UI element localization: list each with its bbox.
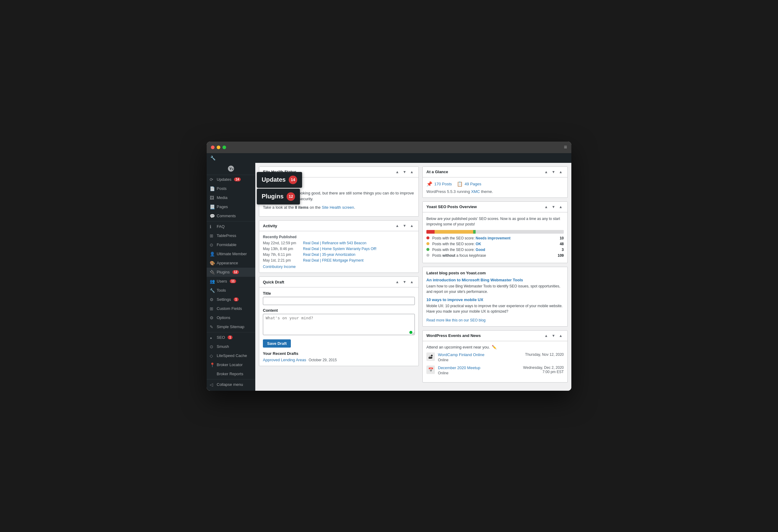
seo-icon: ⬥ bbox=[210, 335, 215, 340]
widget-health-up[interactable]: ▲ bbox=[394, 169, 400, 175]
sidebar-item-broker-reports[interactable]: Broker Reports bbox=[207, 369, 255, 378]
widget-seo-overview: Yoast SEO Posts Overview ▲ ▼ ▲ Below are… bbox=[422, 201, 568, 263]
theme-link[interactable]: XMC bbox=[471, 189, 480, 194]
titlebar-menu-icon[interactable]: ≡ bbox=[564, 144, 567, 150]
widget-activity-header: Activity ▲ ▼ ▲ bbox=[259, 220, 418, 231]
widget-activity-up[interactable]: ▲ bbox=[394, 223, 400, 229]
wp-topbar-logo: 🔧 bbox=[210, 156, 216, 160]
media-icon: 🖼 bbox=[210, 195, 215, 200]
widget-glance-collapse[interactable]: ▲ bbox=[558, 169, 564, 175]
activity-recently-published: Recently Published May 22nd, 12:59 pm Re… bbox=[263, 235, 415, 269]
read-more-link[interactable]: Read more like this on our SEO blog bbox=[426, 318, 486, 322]
sidebar-item-options[interactable]: ⚙ Options bbox=[207, 313, 255, 322]
sidebar-divider bbox=[207, 221, 255, 221]
minimize-button[interactable] bbox=[217, 146, 220, 149]
widget-seo-up[interactable]: ▲ bbox=[543, 204, 549, 210]
widget-quick-draft-collapse[interactable]: ▲ bbox=[409, 279, 415, 285]
events-edit-icon[interactable]: ✏️ bbox=[492, 345, 496, 349]
widget-activity-body: Recently Published May 22nd, 12:59 pm Re… bbox=[259, 231, 418, 273]
event-info-1: WordCamp Finland Online Online bbox=[438, 352, 522, 362]
activity-post-link[interactable]: Real Deal | 35-year Amortization bbox=[303, 253, 356, 257]
widget-glance-up[interactable]: ▲ bbox=[543, 169, 549, 175]
widget-events-down[interactable]: ▼ bbox=[550, 333, 556, 339]
sidebar-item-label: Media bbox=[217, 195, 227, 200]
sidebar-item-collapse[interactable]: ◁ Collapse menu bbox=[207, 380, 255, 389]
sidebar-item-formidable[interactable]: ⊙ Formidable bbox=[207, 240, 255, 250]
seo-bar-orange bbox=[435, 230, 473, 234]
activity-post-link[interactable]: Real Deal | Home System Warranty Pays Of… bbox=[303, 247, 377, 251]
widget-seo-collapse[interactable]: ▲ bbox=[558, 204, 564, 210]
widget-quick-draft-down[interactable]: ▼ bbox=[401, 279, 407, 285]
sidebar-item-comments[interactable]: 💬 Comments bbox=[207, 211, 255, 220]
sidebar-item-ultimate-member[interactable]: 👤 Ultimate Member bbox=[207, 250, 255, 259]
sidebar-item-smush[interactable]: ⊙ Smush bbox=[207, 342, 255, 351]
widget-glance-title: At a Glance bbox=[426, 170, 448, 174]
sidebar-item-label: TablePress bbox=[217, 233, 236, 238]
widget-activity-collapse[interactable]: ▲ bbox=[409, 223, 415, 229]
sidebar-item-tablepress[interactable]: ⊞ TablePress bbox=[207, 231, 255, 240]
draft-content-label: Content bbox=[263, 308, 415, 313]
seo-ok-link[interactable]: OK bbox=[476, 242, 481, 246]
formidable-icon: ⊙ bbox=[210, 243, 215, 247]
close-button[interactable] bbox=[211, 146, 215, 149]
sidebar-item-litespeed-cache[interactable]: ◇ LiteSpeed Cache bbox=[207, 351, 255, 360]
draft-link[interactable]: Approved Lending Areas bbox=[263, 358, 306, 362]
activity-more-link[interactable]: Contributory Income bbox=[263, 265, 296, 269]
sidebar-item-media[interactable]: 🖼 Media bbox=[207, 193, 255, 202]
widget-health-down[interactable]: ▼ bbox=[401, 169, 407, 175]
seo-good-link[interactable]: Good bbox=[476, 248, 485, 252]
seo-dot-gray bbox=[426, 254, 430, 257]
draft-content-textarea[interactable] bbox=[263, 314, 415, 335]
sidebar-item-plugins[interactable]: 🔌 Plugins 12 bbox=[207, 268, 255, 277]
options-icon: ⚙ bbox=[210, 316, 215, 320]
health-screen-link[interactable]: Site Health screen bbox=[322, 205, 354, 210]
glance-posts-link[interactable]: 📌 170 Posts bbox=[426, 181, 452, 187]
draft-title-input[interactable] bbox=[263, 297, 415, 305]
activity-post-link[interactable]: Real Deal | FREE Mortgage Payment bbox=[303, 258, 364, 263]
widget-events-up[interactable]: ▲ bbox=[543, 333, 549, 339]
activity-post-link[interactable]: Real Deal | Refinance with 543 Beacon bbox=[303, 241, 367, 245]
appearance-icon: 🎨 bbox=[210, 261, 215, 266]
sidebar-item-custom-fields[interactable]: ⊞ Custom Fields bbox=[207, 304, 255, 313]
sidebar-item-updates[interactable]: ⟳ Updates 14 bbox=[207, 175, 255, 184]
blog-post-link-1[interactable]: An introduction to Microsoft Bing Webmas… bbox=[426, 278, 564, 282]
sidebar-item-appearance[interactable]: 🎨 Appearance bbox=[207, 259, 255, 268]
sidebar-item-posts[interactable]: 📄 Posts bbox=[207, 184, 255, 193]
event-name-link-2[interactable]: December 2020 Meetup bbox=[438, 365, 520, 370]
maximize-button[interactable] bbox=[223, 146, 226, 149]
main-content-area: Site Health Status ▲ ▼ ▲ Good Your site'… bbox=[255, 163, 571, 391]
sidebar-item-users[interactable]: 👥 Users 11 bbox=[207, 277, 255, 286]
widget-health-collapse[interactable]: ▲ bbox=[409, 169, 415, 175]
event-name-link-1[interactable]: WordCamp Finland Online bbox=[438, 352, 522, 357]
sidebar-item-pages[interactable]: 📃 Pages bbox=[207, 202, 255, 211]
widget-glance-down[interactable]: ▼ bbox=[550, 169, 556, 175]
sidebar: ⟳ Updates 14 📄 Posts 🖼 Media 📃 Pages 💬 C… bbox=[207, 163, 255, 391]
sidebar-item-label: Formidable bbox=[217, 243, 236, 247]
draft-autosave-dot bbox=[409, 331, 412, 334]
seo-row-ok: Posts with the SEO score: OK 48 bbox=[426, 242, 564, 246]
sidebar-item-broker-locator[interactable]: 📍 Broker Locator bbox=[207, 360, 255, 369]
widget-seo-down[interactable]: ▼ bbox=[550, 204, 556, 210]
widget-quick-draft-up[interactable]: ▲ bbox=[394, 279, 400, 285]
widget-events-collapse[interactable]: ▲ bbox=[558, 333, 564, 339]
seo-needs-improvement-link[interactable]: Needs improvement bbox=[476, 236, 511, 240]
sidebar-wp-logo[interactable] bbox=[207, 163, 255, 175]
event-icon-1: 🏕 bbox=[426, 352, 435, 361]
blog-post-link-2[interactable]: 10 ways to improve mobile UX bbox=[426, 297, 564, 302]
sidebar-item-faq[interactable]: ℹ FAQ bbox=[207, 222, 255, 231]
save-draft-button[interactable]: Save Draft bbox=[263, 339, 291, 348]
draft-item: Approved Lending Areas October 29, 2015 bbox=[263, 358, 415, 362]
seo-label: Posts with the SEO score: Needs improvem… bbox=[426, 236, 511, 240]
draft-title-label: Title bbox=[263, 291, 415, 296]
sidebar-item-seo[interactable]: ⬥ SEO 1 bbox=[207, 333, 255, 342]
sidebar-item-tools[interactable]: 🔧 Tools bbox=[207, 286, 255, 295]
sidebar-item-settings[interactable]: ⚙ Settings 1 bbox=[207, 295, 255, 304]
blog-posts-title: Latest blog posts on Yoast.com bbox=[426, 271, 564, 275]
recent-drafts-title: Your Recent Drafts bbox=[263, 351, 415, 356]
widget-blog-posts-body: Latest blog posts on Yoast.com An introd… bbox=[423, 267, 567, 326]
glance-pages-link[interactable]: 📋 49 Pages bbox=[457, 181, 481, 187]
widget-activity-down[interactable]: ▼ bbox=[401, 223, 407, 229]
settings-badge: 1 bbox=[234, 297, 239, 301]
sidebar-item-simple-sitemap[interactable]: ✎ Simple Sitemap bbox=[207, 322, 255, 332]
pages-glance-icon: 📋 bbox=[457, 181, 463, 187]
